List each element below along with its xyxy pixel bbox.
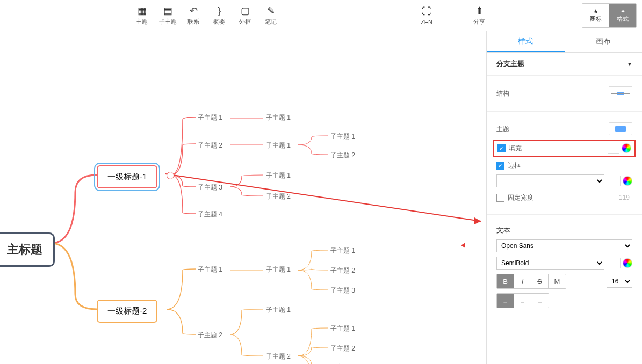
leaf-node[interactable]: 子主题 1 [266, 171, 291, 180]
bold-button[interactable]: B [497, 274, 514, 288]
star-icon: ★ [593, 8, 598, 15]
zen-button[interactable]: ⛶ZEN [414, 2, 439, 29]
topic-label: 主题 [136, 18, 148, 26]
notes-label: 笔记 [265, 18, 277, 26]
strike-button[interactable]: S [531, 274, 549, 288]
relation-label: 联系 [187, 18, 199, 26]
leaf-node[interactable]: 子主题 1 [198, 265, 222, 274]
border-color-picker[interactable] [609, 176, 632, 186]
share-label: 分享 [473, 18, 485, 26]
root-node[interactable]: 主标题 [0, 232, 55, 267]
tab-canvas[interactable]: 画布 [565, 31, 643, 52]
chevron-down-icon[interactable]: ▼ [627, 61, 632, 67]
align-right-button[interactable]: ≡ [531, 294, 549, 308]
fill-checkbox[interactable]: ✓ [497, 144, 506, 152]
leaf-node[interactable]: 子主题 2 [266, 192, 291, 201]
branch-node-2[interactable]: 一级标题-2 [97, 300, 157, 323]
fill-row-highlight: ✓ 填充 [493, 140, 636, 157]
text-label: 文本 [496, 225, 632, 235]
color-wheel-icon [622, 143, 631, 153]
mindmap-canvas[interactable]: 主标题 一级标题-1 − 一级标题-2 子主题 1 子主题 2 子主题 3 子主… [0, 31, 486, 364]
section-topic: 主题 ✓ 填充 ✓ 边框 ──────── 固定宽度 [487, 112, 642, 215]
branch-node-1[interactable]: 一级标题-1 [97, 165, 157, 188]
topic-label: 主题 [496, 125, 609, 134]
main-toolbar: ▦主题 ▤子主题 ↶联系 }概要 ▢外框 ✎笔记 ⛶ZEN ⬆分享 ★圈标 ✦格… [0, 0, 642, 31]
subtopic-label: 子主题 [159, 18, 177, 26]
panel-toggle: ★圈标 ✦格式 [582, 3, 637, 28]
summary-icon: } [213, 5, 225, 17]
format-panel: 样式 画布 分支主题 ▼ 结构 主题 ✓ 填充 ✓ 边框 [486, 31, 642, 364]
color-wheel-icon [623, 258, 632, 268]
leaf-node[interactable]: 子主题 1 [266, 305, 291, 315]
subtopic-icon: ▤ [162, 5, 174, 17]
fixed-width-label: 固定宽度 [508, 193, 609, 202]
leaf-node[interactable]: 子主题 1 [266, 141, 291, 150]
notes-button[interactable]: ✎笔记 [258, 2, 284, 29]
panel-tabs: 样式 画布 [487, 31, 642, 53]
format-toggle[interactable]: ✦格式 [609, 4, 636, 27]
leaf-node[interactable]: 子主题 2 [330, 344, 355, 353]
leaf-node[interactable]: 子主题 1 [330, 132, 355, 141]
section-structure: 结构 [487, 76, 642, 112]
pointer-icon [461, 243, 465, 248]
structure-label: 结构 [496, 89, 609, 98]
zen-icon: ⛶ [421, 6, 432, 18]
topic-button[interactable]: ▦主题 [129, 2, 155, 29]
text-color-picker[interactable] [609, 258, 632, 268]
text-style-group: B I S M [496, 274, 566, 289]
collapse-toggle[interactable]: − [167, 172, 174, 179]
leaf-node[interactable]: 子主题 2 [198, 331, 222, 340]
leaf-node[interactable]: 子主题 2 [266, 352, 291, 361]
notes-icon: ✎ [265, 5, 277, 17]
leaf-node[interactable]: 子主题 3 [198, 183, 222, 192]
leaf-node[interactable]: 子主题 3 [330, 286, 355, 295]
border-checkbox[interactable]: ✓ [496, 162, 504, 170]
leaf-node[interactable]: 子主题 2 [330, 266, 355, 275]
fill-color-picker[interactable] [608, 143, 631, 154]
leaf-node[interactable]: 子主题 4 [198, 210, 222, 219]
section-branch: 分支主题 ▼ [487, 53, 642, 76]
svg-marker-1 [474, 217, 481, 224]
italic-button[interactable]: I [514, 274, 531, 288]
leaf-node[interactable]: 子主题 2 [330, 151, 355, 160]
leaf-node[interactable]: 子主题 2 [198, 141, 222, 150]
boundary-button[interactable]: ▢外框 [232, 2, 258, 29]
mark-button[interactable]: M [549, 274, 566, 288]
relation-icon: ↶ [187, 5, 199, 17]
leaf-node[interactable]: 子主题 1 [330, 324, 355, 333]
align-left-button[interactable]: ≡ [497, 294, 514, 308]
structure-picker[interactable] [609, 86, 632, 100]
align-group: ≡ ≡ ≡ [496, 293, 549, 308]
align-center-button[interactable]: ≡ [514, 294, 531, 308]
format-label: 格式 [617, 15, 629, 23]
markers-label: 圈标 [590, 15, 602, 23]
subtopic-button[interactable]: ▤子主题 [155, 2, 181, 29]
connection-lines [0, 31, 486, 364]
tab-style[interactable]: 样式 [487, 31, 565, 52]
boundary-icon: ▢ [239, 5, 251, 17]
border-label: 边框 [508, 161, 632, 170]
font-size-select[interactable]: 16 [607, 275, 632, 288]
summary-button[interactable]: }概要 [206, 2, 232, 29]
share-button[interactable]: ⬆分享 [466, 2, 492, 29]
leaf-node[interactable]: 子主题 1 [266, 113, 291, 122]
topic-shape-picker[interactable] [609, 122, 632, 135]
leaf-node[interactable]: 子主题 1 [266, 265, 291, 274]
relation-button[interactable]: ↶联系 [181, 2, 206, 29]
topic-icon: ▦ [136, 5, 148, 17]
markers-toggle[interactable]: ★圈标 [582, 4, 609, 27]
leaf-node[interactable]: 子主题 1 [330, 246, 355, 256]
toolbar-view-group: ⛶ZEN ⬆分享 [414, 2, 492, 29]
share-icon: ⬆ [473, 5, 485, 17]
leaf-node[interactable]: 子主题 1 [198, 113, 222, 122]
fill-label: 填充 [509, 144, 608, 153]
section-text: 文本 Open Sans SemiBold B I S M 16 ≡ ≡ ≡ [487, 215, 642, 319]
toolbar-panel-group: ★圈标 ✦格式 [582, 3, 637, 28]
fixed-width-input[interactable] [609, 192, 632, 203]
color-wheel-icon [623, 176, 632, 186]
border-style-select[interactable]: ──────── [496, 174, 604, 187]
font-weight-select[interactable]: SemiBold [496, 257, 604, 270]
fixed-width-checkbox[interactable] [496, 194, 504, 202]
font-family-select[interactable]: Open Sans [496, 239, 632, 252]
zen-label: ZEN [421, 19, 432, 25]
